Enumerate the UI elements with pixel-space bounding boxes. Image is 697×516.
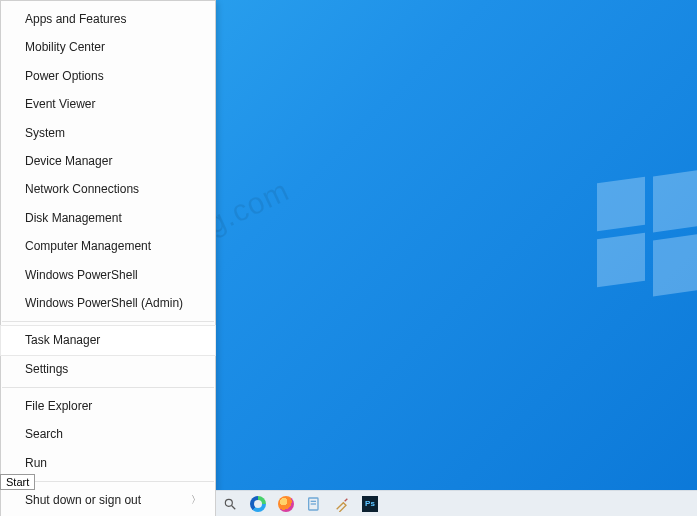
menu-item-label: Computer Management (25, 239, 151, 253)
menu-apps-and-features[interactable]: Apps and Features (1, 5, 215, 33)
menu-item-label: Task Manager (25, 333, 100, 347)
menu-item-label: Windows PowerShell (25, 268, 138, 282)
windows-logo-wallpaper (597, 180, 697, 300)
taskbar-edge-icon[interactable] (248, 494, 268, 514)
menu-system[interactable]: System (1, 119, 215, 147)
taskbar-paint-icon[interactable] (332, 494, 352, 514)
taskbar-firefox-icon[interactable] (276, 494, 296, 514)
start-tooltip: Start (0, 474, 35, 490)
menu-item-label: Mobility Center (25, 40, 105, 54)
menu-item-label: System (25, 126, 65, 140)
menu-item-label: File Explorer (25, 399, 92, 413)
menu-item-label: Network Connections (25, 182, 139, 196)
menu-item-label: Power Options (25, 69, 104, 83)
menu-shut-down-or-sign-out[interactable]: Shut down or sign out 〉 (1, 486, 215, 514)
photoshop-label: Ps (362, 496, 378, 512)
menu-item-label: Device Manager (25, 154, 112, 168)
taskbar: Ps (216, 490, 697, 516)
menu-windows-powershell-admin[interactable]: Windows PowerShell (Admin) (1, 289, 215, 317)
svg-line-1 (232, 505, 236, 509)
menu-device-manager[interactable]: Device Manager (1, 147, 215, 175)
menu-settings[interactable]: Settings (1, 355, 215, 383)
menu-separator (2, 321, 214, 322)
menu-task-manager[interactable]: Task Manager (1, 326, 215, 354)
menu-file-explorer[interactable]: File Explorer (1, 392, 215, 420)
menu-search[interactable]: Search (1, 420, 215, 448)
desktop: geekermag.com Apps and Features Mobility… (0, 0, 697, 516)
menu-windows-powershell[interactable]: Windows PowerShell (1, 261, 215, 289)
taskbar-search-icon[interactable] (220, 494, 240, 514)
chevron-right-icon: 〉 (191, 494, 201, 506)
menu-event-viewer[interactable]: Event Viewer (1, 90, 215, 118)
taskbar-photoshop-icon[interactable]: Ps (360, 494, 380, 514)
menu-separator (2, 387, 214, 388)
menu-item-label: Shut down or sign out (25, 493, 141, 507)
menu-item-label: Apps and Features (25, 12, 126, 26)
menu-power-options[interactable]: Power Options (1, 62, 215, 90)
menu-item-label: Windows PowerShell (Admin) (25, 296, 183, 310)
taskbar-notepad-icon[interactable] (304, 494, 324, 514)
menu-item-label: Search (25, 427, 63, 441)
menu-item-label: Disk Management (25, 211, 122, 225)
menu-run[interactable]: Run (1, 449, 215, 477)
winx-context-menu: Apps and Features Mobility Center Power … (0, 0, 216, 516)
menu-network-connections[interactable]: Network Connections (1, 175, 215, 203)
svg-point-0 (225, 499, 232, 506)
menu-mobility-center[interactable]: Mobility Center (1, 33, 215, 61)
menu-item-label: Run (25, 456, 47, 470)
menu-item-label: Settings (25, 362, 68, 376)
menu-item-label: Event Viewer (25, 97, 95, 111)
menu-computer-management[interactable]: Computer Management (1, 232, 215, 260)
menu-disk-management[interactable]: Disk Management (1, 204, 215, 232)
